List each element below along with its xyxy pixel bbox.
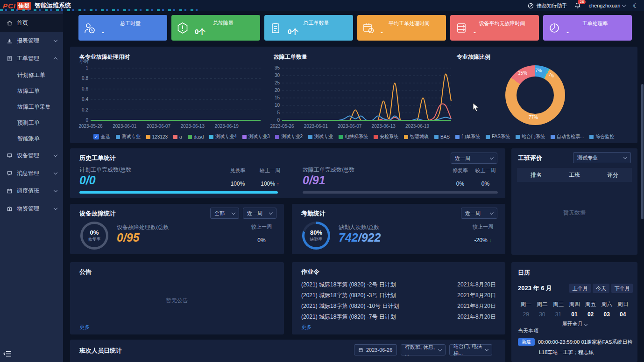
- sidebar-item-messages[interactable]: 消息管理: [0, 164, 63, 182]
- donut-chart-fault-ratio: 7% 1% 77% 15%: [505, 65, 565, 125]
- legend-item[interactable]: 综合监控: [589, 133, 614, 140]
- sidebar-subitem-fault-collect[interactable]: 故障工单采集: [0, 99, 63, 115]
- legend-item[interactable]: 门禁系统: [455, 133, 480, 140]
- svg-text:2023-06-13: 2023-06-13: [181, 124, 205, 129]
- legend-item[interactable]: 电扶梯系统: [339, 133, 368, 140]
- sidebar-item-materials[interactable]: 物资管理: [0, 200, 63, 217]
- sidebar-subitem-predict-orders[interactable]: 预测工单: [0, 115, 63, 131]
- chart-legend: ✓全选 测试专业 123123 a dasd 测试专业4 测试专业3 测试专业2…: [70, 133, 637, 140]
- collapse-sidebar-icon: [3, 350, 12, 357]
- panel-title: 班次人员日统计: [79, 347, 122, 355]
- scrollbar-thumb[interactable]: [641, 84, 644, 219]
- order-row[interactable]: (2021) 城际18字第 (0820) -3号 日计划2021年8月20日: [301, 292, 496, 299]
- chevron-down-icon: [438, 347, 442, 351]
- sidebar-item-devices[interactable]: 设备管理: [0, 146, 63, 164]
- history-range-select[interactable]: 近一周: [451, 153, 497, 164]
- shift-date-picker[interactable]: 2023-06-26: [354, 344, 397, 355]
- svg-text:15: 15: [275, 95, 280, 100]
- attendance-range-select[interactable]: 近一周: [461, 208, 497, 219]
- assistant-icon: [528, 3, 534, 9]
- legend-item[interactable]: 测试专业: [116, 133, 141, 140]
- legend-item[interactable]: 安检系统: [374, 133, 398, 140]
- absence-label: 缺勤人次数/总数: [339, 223, 379, 231]
- calendar-day[interactable]: 02: [582, 311, 599, 318]
- chevron-down-icon: [54, 188, 57, 192]
- sidebar-item-dispatch-duty[interactable]: 调度值班: [0, 182, 63, 200]
- expand-month-link[interactable]: 展开全月: [511, 320, 637, 327]
- legend-item[interactable]: 测试专业2: [275, 133, 303, 140]
- order-row[interactable]: (2021) 城际18字第 (0820) -10号 日计划2021年8月20日: [301, 302, 496, 310]
- line-chart-process-time: 00.20.40.60.812023-05-262023-06-012023-0…: [75, 59, 266, 131]
- theme-toggle[interactable]: ☾: [633, 2, 638, 9]
- device-range-select[interactable]: 近一周: [243, 208, 276, 219]
- today-button[interactable]: 今天: [593, 284, 609, 293]
- legend-select-all[interactable]: ✓全选: [93, 133, 110, 140]
- legend-item[interactable]: BAS: [434, 134, 450, 139]
- notice-more-link[interactable]: 更多: [79, 324, 90, 331]
- sidebar-subitem-planned-orders[interactable]: 计划修工单: [0, 67, 63, 83]
- legend-item[interactable]: 测试专业4: [209, 133, 237, 140]
- sidebar-collapse-button[interactable]: [3, 350, 12, 359]
- legend-swatch: [146, 135, 150, 139]
- chart-title-fault-ratio: 专业故障比例: [457, 53, 490, 61]
- donut-label-7: 7%: [535, 68, 542, 73]
- stat-card-mtbf: 设备平均无故障时间-: [450, 15, 539, 41]
- shift-system-select[interactable]: 站台门, 电扶梯...: [449, 344, 492, 355]
- fault-orders-value: 0/91: [303, 174, 326, 187]
- svg-text:30: 30: [275, 73, 280, 78]
- plan-progress-bar: [79, 191, 278, 194]
- assistant-button[interactable]: 佳都知行助手: [528, 2, 567, 9]
- history-orders-panel: 历史工单统计 近一周 计划工单完成数/总数 0/0 兑换率100% 较上一周10…: [70, 148, 505, 198]
- prev-month-button[interactable]: 上个月: [569, 284, 591, 293]
- user-menu[interactable]: chengzhixuan: [588, 3, 625, 8]
- legend-item[interactable]: 智慧城轨: [404, 133, 429, 140]
- order-row[interactable]: (2021) 城际18字第 (0820) -2号 日计划2021年8月20日: [301, 281, 496, 289]
- stat-card-total-hours: 总工时量-: [78, 15, 167, 41]
- legend-item[interactable]: a: [173, 134, 182, 139]
- notifications-button[interactable]: 28: [574, 2, 581, 9]
- sidebar-item-reports[interactable]: 报表管理: [0, 32, 63, 49]
- legend-item[interactable]: dasd: [188, 134, 204, 139]
- absence-value: 742/922: [339, 231, 381, 244]
- sidebar-subitem-smart-dispatch[interactable]: 智能派单: [0, 131, 63, 146]
- today-items-label: 当天事项: [518, 327, 538, 334]
- sidebar-item-workorders[interactable]: 工单管理: [0, 49, 63, 67]
- calendar-day[interactable]: 31: [550, 311, 566, 318]
- legend-item[interactable]: FAS系统: [486, 133, 510, 140]
- shift-type-select[interactable]: 行政班, 休息, ...: [401, 344, 446, 355]
- panel-title: 作业令: [301, 268, 319, 276]
- sidebar-item-home[interactable]: 首页: [0, 14, 63, 32]
- legend-item[interactable]: 站台门系统: [516, 133, 545, 140]
- legend-item[interactable]: 测试专业3: [242, 133, 270, 140]
- chevron-up-icon: [54, 57, 57, 61]
- legend-item[interactable]: 123123: [146, 134, 168, 139]
- team-major-select[interactable]: 测试专业: [573, 152, 631, 163]
- monitor-icon: [7, 153, 13, 159]
- donut-label-1: 1%: [548, 72, 555, 79]
- order-row[interactable]: (2021) 城际18字第 (0820) -7号 日计划2021年8月20日: [301, 313, 496, 321]
- calendar-day[interactable]: 04: [615, 311, 631, 318]
- orders-more-link[interactable]: 更多: [301, 324, 311, 331]
- device-scope-select[interactable]: 全部: [210, 208, 239, 219]
- svg-text:2023-05-26: 2023-05-26: [78, 124, 103, 129]
- svg-text:小时: 小时: [79, 59, 89, 64]
- svg-text:0.6: 0.6: [82, 86, 88, 91]
- calendar-event-row[interactable]: 新建 00:00:00-23:59:00 01谢家桥FAS系统日检: [518, 338, 632, 346]
- chevron-down-icon: [490, 155, 494, 159]
- legend-item[interactable]: 测试专业: [308, 133, 333, 140]
- calendar-day[interactable]: 29: [518, 311, 534, 318]
- calendar-day[interactable]: 03: [599, 311, 615, 318]
- stat-card-process-rate: 工单处理率-: [543, 15, 632, 41]
- next-month-button[interactable]: 下个月: [611, 284, 633, 293]
- legend-swatch: [242, 135, 247, 139]
- panel-title: 设备故障统计: [79, 209, 116, 218]
- user-clock-icon: [83, 21, 96, 35]
- device-fault-value: 0/95: [117, 231, 140, 244]
- calendar-day[interactable]: 01: [566, 311, 583, 318]
- legend-swatch: [374, 135, 378, 139]
- sidebar-subitem-fault-orders[interactable]: 故障工单: [0, 83, 63, 99]
- calendar-day[interactable]: 30: [534, 311, 551, 318]
- work-order-panel: 作业令 (2021) 城际18字第 (0820) -2号 日计划2021年8月2…: [292, 262, 505, 334]
- chevron-down-icon: [54, 206, 57, 209]
- legend-item[interactable]: 自动售检票...: [551, 133, 584, 140]
